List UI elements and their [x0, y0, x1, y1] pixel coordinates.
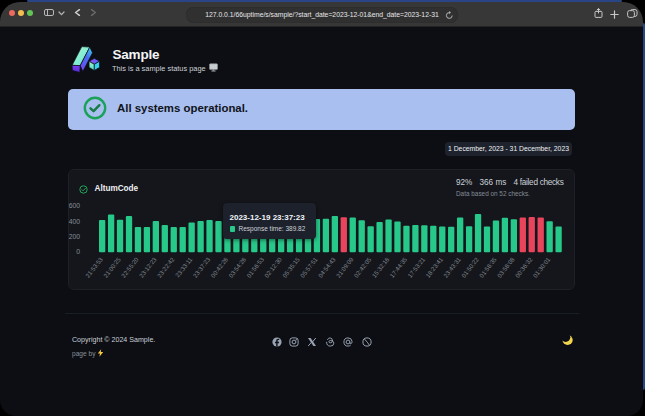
svg-text:01:30:01: 01:30:01 — [531, 255, 551, 278]
svg-text:0: 0 — [76, 248, 80, 255]
svg-text:23:22:42: 23:22:42 — [155, 255, 175, 278]
svg-text:400: 400 — [69, 218, 81, 225]
svg-text:600: 600 — [69, 202, 81, 209]
svg-text:200: 200 — [69, 233, 81, 240]
